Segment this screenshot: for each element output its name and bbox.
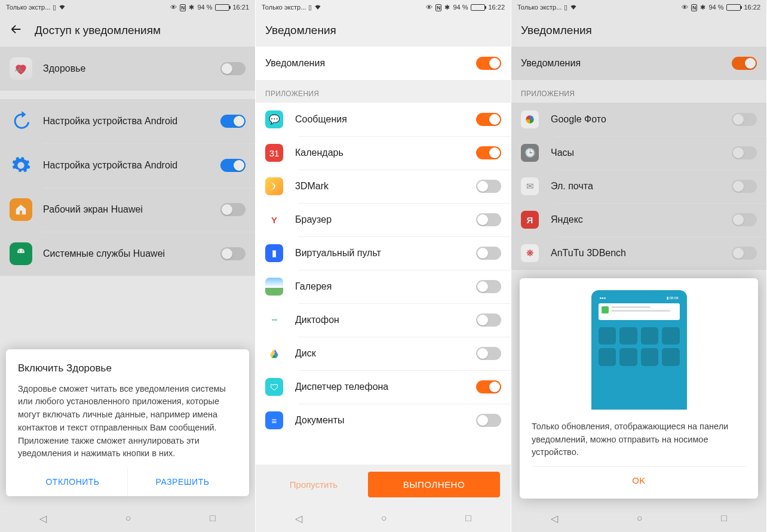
toggle[interactable] [476,180,501,193]
battery-icon [215,4,229,11]
svg-rect-0 [20,211,22,214]
dialog-body: Только обновления, отображающиеся на пан… [532,420,746,459]
toggle[interactable] [732,247,757,260]
nav-back-icon[interactable]: ◁ [295,513,302,524]
eye-icon: 👁 [426,4,432,11]
toggle[interactable] [476,146,501,159]
drive-icon [265,345,283,362]
toggle[interactable] [732,213,757,226]
back-icon[interactable] [10,23,23,38]
row-label: Документы [295,415,476,426]
calendar-icon: 31 [265,144,283,162]
toggle[interactable] [220,62,246,75]
row-label: Яндекс [551,214,732,225]
app-row[interactable]: ▮Виртуальный пульт [256,236,511,270]
nav-recent-icon[interactable]: □ [210,513,216,524]
app-row[interactable]: ┉Диктофон [256,303,511,337]
toggle[interactable] [732,57,757,70]
app-row[interactable]: Галерея [256,270,511,303]
skip-button[interactable]: Пропустить [266,479,361,490]
app-row[interactable]: 31Календарь [256,136,511,170]
bt-icon: ✱ [444,4,450,11]
toggle[interactable] [476,113,501,126]
app-row[interactable]: YБраузер [256,203,511,236]
toggle[interactable] [476,213,501,226]
master-toggle-row[interactable]: Уведомления [511,47,766,80]
nav-back-icon[interactable]: ◁ [551,513,558,524]
toggle[interactable] [732,180,757,193]
battery-icon [471,4,485,11]
row-label: Настройка устройства Android [43,115,220,128]
clock: 16:22 [744,4,760,11]
app-row-huawei-home[interactable]: Рабочий экран Huawei [0,187,255,232]
app-row-android-setup-2[interactable]: Настройка устройства Android [0,143,255,187]
master-toggle-row[interactable]: Уведомления [256,47,511,80]
battery-icon [726,4,741,11]
gallery-icon [265,278,283,296]
toggle[interactable] [220,159,246,172]
toggle[interactable] [220,247,246,260]
toggle[interactable] [476,347,501,360]
app-row[interactable]: ≡Документы [256,404,511,437]
row-label: Виртуальный пульт [295,248,476,259]
toggle[interactable] [476,313,501,327]
phone-manager-icon: 🛡 [265,378,283,396]
toggle[interactable] [476,57,501,70]
nav-recent-icon[interactable]: □ [465,513,471,524]
ok-button[interactable]: OK [532,466,746,494]
nav-home-icon[interactable]: ○ [125,513,131,524]
3dmark-icon [265,177,283,195]
deny-button[interactable]: ОТКЛОНИТЬ [18,468,127,496]
carrier-label: Только экстр... [6,4,50,11]
app-row[interactable]: ЯЯндекс [511,203,766,236]
row-label: Системные службы Huawei [43,248,220,259]
app-row[interactable]: 3DMark [256,170,511,203]
app-row[interactable]: 🛡Диспетчер телефона [256,370,511,404]
permission-dialog: Включить Здоровье Здоровье сможет читать… [6,349,249,497]
app-row[interactable]: Google Фото [511,103,766,136]
status-bar: Только экстр... ▯ 👁 N ✱ 94 % 16:21 [0,0,255,14]
nav-home-icon[interactable]: ○ [637,513,643,524]
svg-point-1 [19,251,20,252]
sim-icon: ▯ [308,4,312,11]
toggle[interactable] [732,146,757,159]
toggle[interactable] [476,280,501,293]
nav-home-icon[interactable]: ○ [381,513,387,524]
remote-icon: ▮ [265,244,283,262]
toggle[interactable] [476,414,501,427]
toggle[interactable] [220,115,246,128]
info-dialog: ●●●▮ 08:08 Только обновления, отображающ… [520,278,758,499]
clock-icon: 🕒 [521,144,539,162]
app-row[interactable]: ❋AnTuTu 3DBench [511,236,766,270]
app-row[interactable]: Диск [256,337,511,370]
app-row[interactable]: ✉Эл. почта [511,170,766,203]
app-row[interactable]: 🕒Часы [511,136,766,170]
toggle[interactable] [476,380,501,393]
home-icon [10,198,32,221]
app-row-android-setup-1[interactable]: Настройка устройства Android [0,99,255,143]
mail-icon: ✉ [521,177,539,195]
row-label: Здоровье [43,63,220,74]
toggle[interactable] [476,247,501,260]
app-row-health[interactable]: Здоровье [0,47,255,91]
nav-recent-icon[interactable]: □ [721,513,727,524]
row-label: Диспетчер телефона [295,382,476,392]
dialog-illustration: ●●●▮ 08:08 [591,290,687,410]
app-row[interactable]: 💬Сообщения [256,103,511,136]
row-label: Диктофон [295,315,476,325]
toggle[interactable] [220,203,246,216]
header: Уведомления [256,14,511,47]
page-title: Доступ к уведомлениям [35,24,161,37]
wifi-icon [570,4,577,11]
section-apps: ПРИЛОЖЕНИЯ [256,80,511,103]
eye-icon: 👁 [170,4,177,11]
app-row-huawei-system[interactable]: Системные службы Huawei [0,232,255,276]
row-label: Диск [295,348,476,359]
row-label: Календарь [295,147,476,158]
nfc-icon: N [435,4,442,11]
done-button[interactable]: ВЫПОЛНЕНО [368,472,500,497]
toggle[interactable] [732,113,757,126]
battery-pct: 94 % [197,4,212,11]
nav-back-icon[interactable]: ◁ [39,513,47,524]
allow-button[interactable]: РАЗРЕШИТЬ [127,468,237,496]
